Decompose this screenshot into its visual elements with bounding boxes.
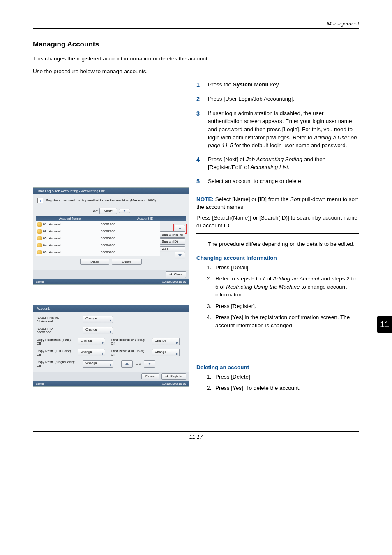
delete-step-2: Press [Yes]. To delete the account.	[213, 384, 359, 392]
hdr-account-name: Account Name	[36, 216, 104, 221]
accounting-list-panel: User Login/Job Accounting - Accounting L…	[33, 187, 189, 285]
account-icon	[37, 250, 42, 254]
scroll-down-button[interactable]	[144, 360, 155, 368]
account-row[interactable]: 03 Account 00003000	[36, 235, 160, 242]
status-label: Status	[36, 280, 44, 284]
step-1: 1 Press the System Menu key.	[196, 81, 359, 89]
sort-dropdown-button[interactable]	[119, 209, 130, 213]
change-step-4: Press [Yes] in the registration confirma…	[213, 313, 359, 329]
account-row[interactable]: 01 Account 00001000	[36, 221, 160, 228]
enter-icon: ↵	[169, 273, 173, 277]
account-icon	[37, 222, 42, 227]
intro-paragraph-1: This changes the registered account info…	[33, 55, 359, 63]
close-button[interactable]: ↵ Close	[166, 271, 186, 278]
scroll-up-button[interactable]	[121, 360, 133, 368]
cancel-button[interactable]: Cancel	[141, 373, 159, 379]
hdr-account-id: Account ID	[104, 216, 186, 221]
change-account-id-button[interactable]: Change	[83, 327, 113, 334]
change-step-1: Press [Detail].	[213, 264, 359, 272]
account-icon	[37, 229, 42, 234]
intro-paragraph-2: Use the procedure below to manage accoun…	[33, 68, 359, 76]
sort-label: Sort	[92, 209, 98, 213]
page-number: 11-17	[33, 431, 359, 440]
detail-button[interactable]: Detail	[80, 259, 109, 265]
account-detail-panel: Account: Account Name:01 Account Change …	[33, 305, 189, 387]
step-2: 2 Press [User Login/Job Accounting].	[196, 95, 359, 104]
change-account-name-button[interactable]: Change	[83, 316, 113, 323]
info-icon: i	[37, 198, 43, 204]
account-icon	[37, 236, 42, 240]
chapter-tab: 11	[377, 316, 392, 333]
change-print-fullcolor-button[interactable]: Change	[152, 349, 180, 356]
change-step-3: Press [Register].	[213, 302, 359, 310]
account-row[interactable]: 05 Account 00005000	[36, 249, 160, 256]
account-icon	[37, 243, 42, 247]
enter-icon: ↵	[165, 375, 168, 379]
step-4: 4 Press [Next] of Job Accounting Setting…	[196, 155, 359, 171]
change-copy-singlecolor-button[interactable]: Change	[83, 360, 113, 368]
status-datetime: 10/10/2008 10:10	[162, 280, 186, 284]
account-row[interactable]: 02 Account 00002000	[36, 228, 160, 235]
list-header: Account Name Account ID	[36, 216, 186, 221]
page-header: Management	[33, 21, 359, 29]
change-copy-total-button[interactable]: Change	[78, 338, 105, 345]
section-title: Managing Accounts	[33, 40, 359, 49]
account-row[interactable]: 04 Account 00004000	[36, 242, 160, 249]
status-datetime: 10/10/2008 10:10	[162, 382, 186, 386]
sort-value-button[interactable]: Name	[99, 208, 117, 214]
change-print-total-button[interactable]: Change	[152, 338, 180, 345]
delete-button[interactable]: Delete	[112, 259, 142, 265]
delete-step-1: Press [Delete].	[213, 373, 359, 381]
page-indicator: 1/2	[136, 362, 141, 365]
search-id-button[interactable]: Search(ID)	[160, 238, 185, 245]
deleting-account-heading: Deleting an account	[196, 364, 359, 370]
panel1-info-text: Register an account that is permitted to…	[46, 199, 156, 202]
panel1-title: User Login/Job Accounting - Accounting L…	[33, 188, 189, 194]
changing-info-heading: Changing account information	[196, 255, 359, 261]
note-box: NOTE: Select [Name] or [ID] from the Sor…	[196, 192, 359, 234]
chevron-down-icon	[123, 210, 126, 212]
step-3: 3 If user login administration is disabl…	[196, 109, 359, 150]
add-button[interactable]: Add	[160, 246, 185, 252]
step-5: 5 Select an account to change or delete.	[196, 177, 359, 186]
panel2-title: Account:	[33, 305, 189, 312]
status-label: Status	[36, 382, 44, 386]
scroll-down-button[interactable]	[175, 252, 185, 259]
change-copy-fullcolor-button[interactable]: Change	[78, 349, 105, 356]
after-note-text: The procedure differs depending on the d…	[196, 240, 359, 248]
change-step-2: Refer to steps 5 to 7 of Adding an Accou…	[213, 275, 359, 299]
register-button[interactable]: ↵ Register	[161, 373, 186, 380]
search-name-button[interactable]: Search(Name)	[160, 231, 185, 238]
